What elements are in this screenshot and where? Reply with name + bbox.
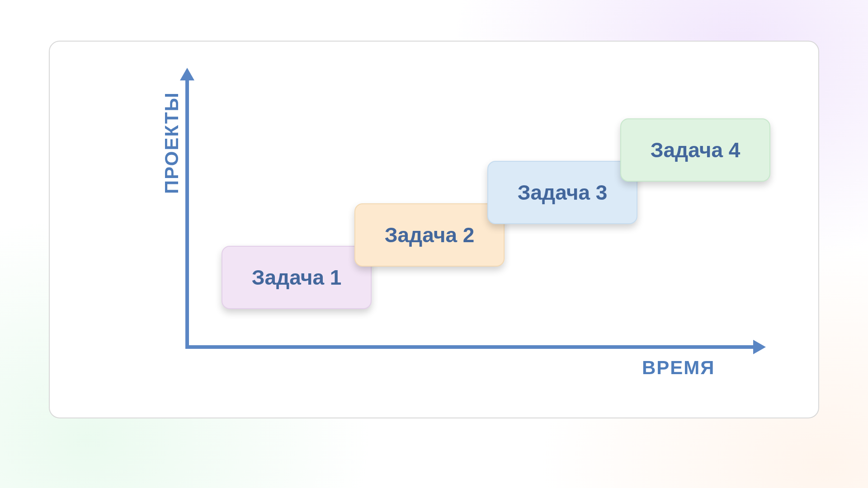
x-axis-line bbox=[185, 345, 755, 349]
x-axis-label: ВРЕМЯ bbox=[642, 357, 715, 379]
task-bar-1: Задача 1 bbox=[222, 246, 372, 309]
task-bar-3: Задача 3 bbox=[487, 161, 637, 224]
y-axis-arrow-icon bbox=[180, 68, 194, 80]
task-label: Задача 4 bbox=[651, 138, 741, 162]
task-label: Задача 2 bbox=[385, 223, 475, 247]
x-axis-arrow-icon bbox=[753, 340, 766, 354]
diagram-frame: ПРОЕКТЫ ВРЕМЯ Задача 1 Задача 2 Задача 3… bbox=[49, 41, 819, 418]
task-bar-4: Задача 4 bbox=[620, 118, 770, 182]
task-bar-2: Задача 2 bbox=[354, 203, 505, 267]
y-axis-label: ПРОЕКТЫ bbox=[161, 84, 183, 202]
task-label: Задача 3 bbox=[518, 180, 608, 205]
chart-area: ПРОЕКТЫ ВРЕМЯ Задача 1 Задача 2 Задача 3… bbox=[131, 78, 773, 367]
task-label: Задача 1 bbox=[252, 265, 342, 290]
y-axis-line bbox=[185, 78, 189, 349]
